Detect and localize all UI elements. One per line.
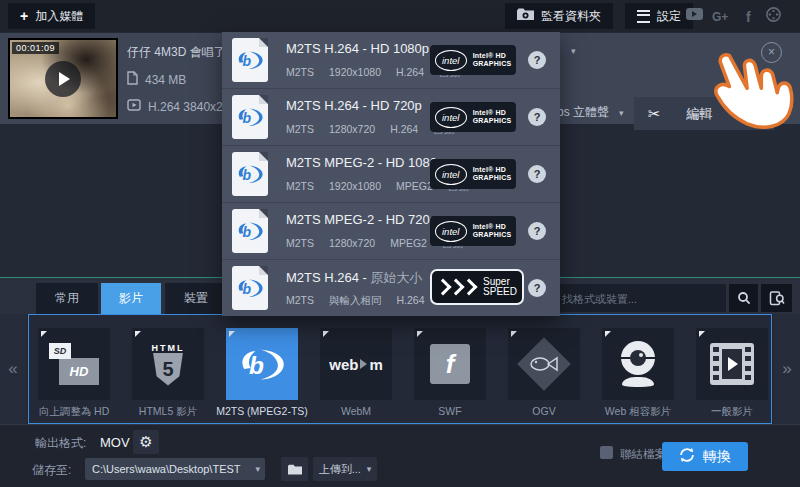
remove-media-button[interactable]: × bbox=[761, 42, 782, 63]
html5-icon: HTML5 bbox=[132, 328, 204, 400]
device-search-icon bbox=[769, 290, 785, 306]
help-icon[interactable]: ? bbox=[528, 165, 546, 183]
play-icon[interactable] bbox=[45, 61, 81, 97]
watch-folder-icon bbox=[517, 8, 534, 24]
output-settings-button[interactable]: ⚙ bbox=[133, 430, 159, 454]
ogv-fish-icon bbox=[508, 328, 580, 400]
intel-hd-graphics-badge: intelIntel® HDGRAPHICS bbox=[430, 45, 516, 75]
gplus-icon[interactable]: G+ bbox=[712, 10, 728, 24]
preset-title: M2TS MPEG-2 - HD 1080p bbox=[286, 155, 444, 170]
tab-video[interactable]: 影片 bbox=[101, 283, 161, 314]
bluray-file-icon: b bbox=[232, 209, 268, 253]
save-path-value: C:\Users\wawa\Desktop\TEST bbox=[85, 463, 241, 475]
format-tile-html5[interactable]: HTML5 bbox=[132, 328, 204, 400]
join-files-label: 聯結檔案 bbox=[620, 447, 666, 462]
format-tile-general-video[interactable] bbox=[696, 328, 768, 400]
format-panel: HDSD 向上調整為 HD HTML5 HTML5 影片 b M2TS (MPE… bbox=[28, 314, 772, 424]
edit-label: 編輯 bbox=[687, 105, 713, 123]
convert-icon bbox=[679, 447, 695, 467]
settings-button[interactable]: 設定 bbox=[625, 3, 693, 29]
search-button[interactable] bbox=[729, 284, 758, 312]
format-label: 一般影片 bbox=[677, 405, 787, 419]
sd-hd-icon: HDSD bbox=[38, 328, 110, 400]
preset-item[interactable]: b M2TS MPEG-2 - HD 1080p M2TS1920x1080MP… bbox=[222, 146, 560, 203]
svg-text:b: b bbox=[243, 53, 252, 69]
bluray-file-icon: b bbox=[232, 266, 268, 310]
preset-item[interactable]: b M2TS MPEG-2 - HD 720p M2TS1280x720MPEG… bbox=[222, 203, 560, 260]
video-settings-caret-icon[interactable]: ▾ bbox=[571, 46, 576, 56]
svg-text:b: b bbox=[243, 281, 252, 297]
preset-item[interactable]: b M2TS H.264 - 原始大小 M2TS與輸入相同H.264自動 Sup… bbox=[222, 260, 560, 316]
film-strip-icon bbox=[696, 328, 768, 400]
watch-folder-label: 監看資料夾 bbox=[541, 8, 601, 25]
video-chip-icon bbox=[127, 99, 141, 114]
thumbnail-image: 00:01:09 bbox=[10, 40, 116, 117]
help-icon[interactable]: ? bbox=[528, 51, 546, 69]
add-media-button[interactable]: + 加入媒體 bbox=[8, 3, 95, 29]
youtube-icon[interactable] bbox=[686, 8, 703, 20]
preset-item[interactable]: b M2TS H.264 - HD 720p M2TS1280x720H.264… bbox=[222, 89, 560, 146]
preset-item[interactable]: b M2TS H.264 - HD 1080p M2TS1920x1080H.2… bbox=[222, 32, 560, 89]
convert-label: 轉換 bbox=[703, 448, 731, 466]
video-thumbnail[interactable]: 00:01:09 bbox=[8, 38, 118, 119]
format-tile-ogv[interactable] bbox=[508, 328, 580, 400]
join-files-checkbox[interactable] bbox=[600, 446, 613, 459]
media-size: 434 MB bbox=[145, 73, 186, 87]
search-icon bbox=[737, 291, 751, 305]
format-tile-m2ts[interactable]: b bbox=[226, 328, 298, 400]
browse-folder-button[interactable] bbox=[281, 457, 308, 481]
hamburger-icon bbox=[637, 10, 650, 23]
upload-to-button[interactable]: 上傳到... ▾ bbox=[313, 457, 377, 481]
upload-label: 上傳到... bbox=[319, 462, 361, 477]
watch-folder-button[interactable]: 監看資料夾 bbox=[505, 3, 613, 29]
format-tile-web-compatible[interactable] bbox=[602, 328, 674, 400]
file-icon bbox=[127, 71, 138, 88]
webcam-icon bbox=[602, 328, 674, 400]
scissors-icon: ✂ bbox=[648, 105, 661, 123]
duration-badge: 00:01:09 bbox=[12, 42, 59, 54]
bluray-file-icon: b bbox=[232, 95, 268, 139]
superspeed-badge: SuperSPEED bbox=[430, 269, 524, 305]
save-to-label: 儲存至: bbox=[32, 462, 71, 479]
facebook-icon[interactable]: f bbox=[746, 9, 751, 25]
convert-button[interactable]: 轉換 bbox=[662, 442, 748, 471]
svg-text:b: b bbox=[243, 110, 252, 126]
svg-text:b: b bbox=[243, 167, 252, 183]
media-size-row: 434 MB bbox=[127, 71, 186, 88]
audio-info: ps 立體聲 bbox=[557, 104, 609, 121]
search-placeholder: 找格式或裝置... bbox=[562, 292, 637, 307]
format-tile-webm[interactable]: webm bbox=[320, 328, 392, 400]
help-icon[interactable]: ? bbox=[528, 108, 546, 126]
bluray-file-icon: b bbox=[232, 152, 268, 196]
help-icon[interactable]: ? bbox=[528, 222, 546, 240]
plus-icon: + bbox=[20, 8, 28, 24]
tab-common[interactable]: 常用 bbox=[36, 283, 98, 314]
help-icon[interactable]: ? bbox=[528, 279, 546, 297]
tab-devices[interactable]: 裝置 bbox=[165, 283, 227, 314]
bluray-file-icon: b bbox=[232, 38, 268, 82]
film-reel-icon[interactable] bbox=[766, 7, 781, 25]
add-media-label: 加入媒體 bbox=[35, 8, 83, 25]
device-detect-button[interactable] bbox=[761, 284, 792, 312]
bluray-icon: b bbox=[226, 328, 298, 400]
preset-title: M2TS H.264 - HD 1080p bbox=[286, 41, 429, 56]
format-tile-swf[interactable]: f bbox=[414, 328, 486, 400]
chevron-down-icon: ▾ bbox=[367, 464, 372, 474]
intel-hd-graphics-badge: intelIntel® HDGRAPHICS bbox=[430, 102, 516, 132]
preset-subtitle: M2TS1280x720H.264自動 bbox=[286, 123, 454, 137]
app-window: + 加入媒體 監看資料夾 設定 G+ f 00:01:09 bbox=[0, 0, 800, 487]
preset-title: M2TS MPEG-2 - HD 720p bbox=[286, 212, 437, 227]
webm-icon: webm bbox=[320, 328, 392, 400]
output-format-value: MOV bbox=[100, 435, 130, 450]
chevron-down-icon: ▾ bbox=[619, 108, 624, 118]
edit-button[interactable]: ✂ 編輯 bbox=[634, 97, 774, 130]
folder-icon bbox=[288, 464, 302, 475]
output-format-label: 輸出格式: bbox=[35, 435, 86, 452]
audio-settings-dropdown[interactable]: ps 立體聲 ▾ bbox=[557, 104, 624, 121]
save-path-dropdown[interactable]: C:\Users\wawa\Desktop\TEST ▾ bbox=[85, 458, 265, 480]
format-tile-upscale-hd[interactable]: HDSD bbox=[38, 328, 110, 400]
intel-hd-graphics-badge: intelIntel® HDGRAPHICS bbox=[430, 159, 516, 189]
preset-title: M2TS H.264 - HD 720p bbox=[286, 98, 422, 113]
preset-title: M2TS H.264 - bbox=[286, 270, 371, 285]
top-bar: + 加入媒體 監看資料夾 設定 G+ f bbox=[0, 0, 800, 32]
